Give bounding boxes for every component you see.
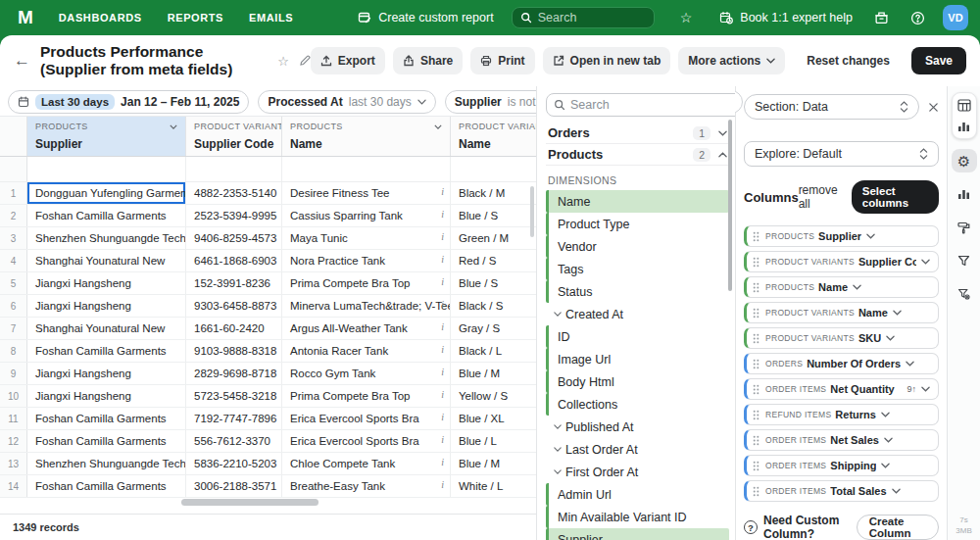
chart-settings-button[interactable] [952,182,977,206]
cell-supplier-code[interactable]: 1661-60-2420 [186,318,282,339]
drag-handle-icon[interactable] [753,435,760,446]
dimension-item-first-order-at[interactable]: First Order At [546,461,729,483]
dimension-item-admin-url[interactable]: Admin Url [546,483,729,506]
cell-supplier[interactable]: Jiangxi Hangsheng [27,295,186,317]
cell-supplier[interactable]: Shanghai Younatural New [27,318,186,339]
drag-handle-icon[interactable] [753,257,760,268]
info-icon[interactable]: i [441,412,444,422]
cell-variant-name[interactable]: Red / S [451,250,536,271]
cell-product-name[interactable]: Antonia Racer Tanki [282,340,451,362]
cell-variant-name[interactable]: Black / M [451,182,536,204]
section-select[interactable]: Section: Data [744,94,919,120]
info-icon[interactable]: i [441,479,444,490]
back-arrow-icon[interactable]: ← [14,51,30,71]
chart-view-icon[interactable] [957,121,970,132]
share-button[interactable]: Share [393,47,463,74]
printer-icon[interactable] [874,11,889,25]
cell-variant-name[interactable]: White / L [451,475,536,497]
column-chip-name[interactable]: PRODUCT VARIANTS Name [744,302,939,323]
filter-settings-button[interactable] [952,282,977,306]
processed-at-filter-pill[interactable]: Processed At last 30 days [258,90,435,114]
info-icon[interactable]: i [441,231,444,242]
app-logo[interactable]: M [18,7,33,28]
column-chip-returns[interactable]: REFUND ITEMS Returns [744,404,939,425]
cell-variant-name[interactable]: Blue / S [451,272,536,294]
column-chip-number-of-orders[interactable]: ORDERS Number Of Orders [744,353,939,374]
drag-handle-icon[interactable] [753,308,760,319]
cell-variant-name[interactable]: Yellow / S [451,385,536,407]
dimension-item-product-type[interactable]: Product Type [546,213,729,235]
drag-handle-icon[interactable] [753,333,760,344]
cell-supplier[interactable]: Foshan Camilla Garments [27,408,186,429]
cell-supplier-code[interactable]: 9303-6458-8873 [186,295,282,317]
column-chip-supplier-code[interactable]: PRODUCT VARIANTS Supplier Code [744,251,939,272]
more-actions-button[interactable]: More actions [678,47,785,74]
cell-supplier-code[interactable]: 2829-9698-8718 [186,363,282,384]
info-icon[interactable]: i [441,321,444,332]
info-icon[interactable]: i [441,434,444,445]
cell-supplier-code[interactable]: 7192-7747-7896 [186,408,282,429]
column-menu-icon[interactable] [430,124,442,129]
cell-supplier[interactable]: Shenzhen Shunguangde Technology [27,227,186,249]
info-icon[interactable]: i [441,209,444,220]
dimension-item-published-at[interactable]: Published At [546,416,729,438]
column-chip-net-sales[interactable]: ORDER ITEMS Net Sales [744,429,939,451]
cell-supplier[interactable]: Jiangxi Hangsheng [27,272,186,294]
cell-supplier-code[interactable]: 9406-8259-4573 [186,227,282,249]
chevron-down-icon[interactable] [921,386,930,392]
reset-changes-button[interactable]: Reset changes [797,47,900,74]
global-search[interactable] [512,7,655,28]
chevron-down-icon[interactable] [549,469,565,474]
cell-variant-name[interactable]: Blue / M [451,363,536,384]
column-header-variants-supplier-code[interactable]: PRODUCT VARIANTS Supplier Code [186,117,282,156]
export-button[interactable]: Export [311,47,385,74]
chevron-down-icon[interactable] [549,424,565,429]
dimension-item-last-order-at[interactable]: Last Order At [546,438,729,461]
column-chip-sku[interactable]: PRODUCT VARIANTS SKU [744,327,939,349]
info-icon[interactable]: i [441,276,444,287]
edit-title-icon[interactable] [299,55,311,67]
dimension-item-id[interactable]: ID [546,325,729,348]
remove-all-link[interactable]: remove all [799,183,842,211]
column-menu-icon[interactable] [166,124,177,129]
fields-search-input[interactable] [570,98,728,112]
dimension-item-tags[interactable]: Tags [546,258,729,280]
cell-supplier-code[interactable]: 5723-5458-3218 [186,385,282,407]
cell-supplier-code[interactable]: 152-3991-8236 [186,272,282,294]
cell-supplier[interactable]: Foshan Camilla Garments [27,205,186,226]
fields-search[interactable]: ⋮ [546,93,735,117]
vertical-scrollbar-thumb[interactable] [530,186,534,237]
horizontal-scrollbar[interactable] [0,498,536,508]
column-chip-net-quantity[interactable]: ORDER ITEMS Net Quantity 9↑ [744,378,939,400]
cell-supplier-code[interactable]: 2523-5394-9995 [186,205,282,226]
cell-product-name[interactable]: Maya Tunici [282,227,451,249]
chevron-down-icon[interactable] [881,463,890,468]
explore-select[interactable]: Explore: Default [744,141,939,167]
cell-variant-name[interactable]: Black / L [451,340,536,362]
chevron-down-icon[interactable] [853,284,861,290]
cell-supplier[interactable]: Shanghai Younatural New [27,250,186,271]
cell-product-name[interactable]: Erica Evercool Sports Brai [282,408,451,429]
cell-variant-name[interactable]: Blue / S [451,205,536,226]
cell-variant-name[interactable]: Blue / L [451,430,536,452]
kebab-menu-icon[interactable]: ⋮ [733,98,735,112]
chevron-down-icon[interactable] [866,233,875,239]
cell-product-name[interactable]: Erica Evercool Sports Brai [282,430,451,452]
chevron-down-icon[interactable] [549,312,565,317]
dimension-item-image-url[interactable]: Image Url [546,348,729,370]
drag-handle-icon[interactable] [753,410,760,420]
dimension-item-name[interactable]: Name [546,190,729,213]
cell-supplier[interactable]: Dongguan Yufengling Garment Co. [27,182,186,204]
nav-dashboards[interactable]: DASHBOARDS [59,12,142,24]
cell-product-name[interactable]: Desiree Fitness Teei [282,182,451,204]
cell-product-name[interactable]: Cassius Sparring Tanki [282,205,451,226]
dimension-item-vendor[interactable]: Vendor [546,235,729,258]
chevron-down-icon[interactable] [549,447,565,452]
chevron-down-icon[interactable] [886,335,895,341]
save-button[interactable]: Save [911,47,966,74]
cell-variant-name[interactable]: Blue / M [451,453,536,474]
column-header-products-name[interactable]: PRODUCTS Name [282,117,451,156]
date-preset-chip[interactable]: Last 30 days [35,94,115,110]
favorite-icon[interactable]: ☆ [680,10,693,25]
drag-handle-icon[interactable] [753,231,760,242]
